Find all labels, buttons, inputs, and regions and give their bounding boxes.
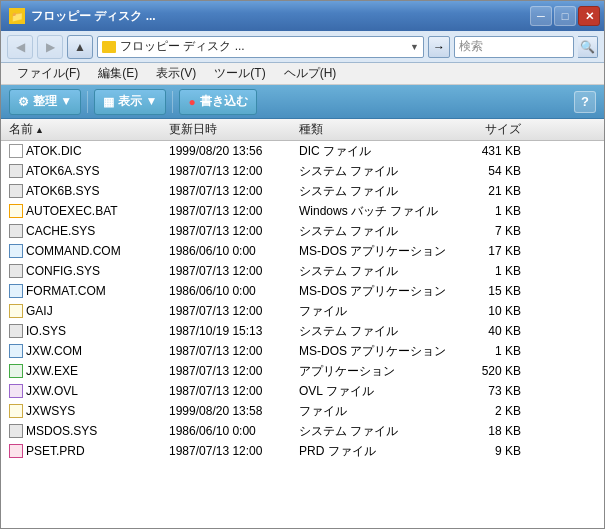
back-button[interactable]: ◀	[7, 35, 33, 59]
col-header-size[interactable]: サイズ	[455, 121, 525, 138]
help-button[interactable]: ?	[574, 91, 596, 113]
file-type-cell: システム ファイル	[295, 423, 455, 440]
menu-view[interactable]: 表示(V)	[148, 63, 204, 84]
close-button[interactable]: ✕	[578, 6, 600, 26]
file-date-cell: 1987/07/13 12:00	[165, 204, 295, 218]
file-type-icon	[9, 424, 23, 438]
file-type-icon	[9, 444, 23, 458]
file-type-icon	[9, 244, 23, 258]
col-header-type[interactable]: 種類	[295, 121, 455, 138]
file-date-cell: 1999/08/20 13:58	[165, 404, 295, 418]
table-row[interactable]: PSET.PRD 1987/07/13 12:00 PRD ファイル 9 KB	[1, 441, 604, 461]
table-row[interactable]: ATOK.DIC 1999/08/20 13:56 DIC ファイル 431 K…	[1, 141, 604, 161]
organize-label: 整理 ▼	[33, 93, 72, 110]
file-type-cell: システム ファイル	[295, 323, 455, 340]
file-date-cell: 1987/07/13 12:00	[165, 304, 295, 318]
file-name: JXW.EXE	[26, 364, 78, 378]
forward-button[interactable]: ▶	[37, 35, 63, 59]
table-row[interactable]: CACHE.SYS 1987/07/13 12:00 システム ファイル 7 K…	[1, 221, 604, 241]
file-type-cell: ファイル	[295, 403, 455, 420]
table-row[interactable]: IO.SYS 1987/10/19 15:13 システム ファイル 40 KB	[1, 321, 604, 341]
view-icon: ▦	[103, 95, 114, 109]
table-row[interactable]: JXW.OVL 1987/07/13 12:00 OVL ファイル 73 KB	[1, 381, 604, 401]
file-name: MSDOS.SYS	[26, 424, 97, 438]
table-row[interactable]: ATOK6B.SYS 1987/07/13 12:00 システム ファイル 21…	[1, 181, 604, 201]
table-row[interactable]: JXW.COM 1987/07/13 12:00 MS-DOS アプリケーション…	[1, 341, 604, 361]
col-header-name[interactable]: 名前 ▲	[5, 121, 165, 138]
table-row[interactable]: FORMAT.COM 1986/06/10 0:00 MS-DOS アプリケーシ…	[1, 281, 604, 301]
file-type-cell: システム ファイル	[295, 263, 455, 280]
file-date-cell: 1987/07/13 12:00	[165, 344, 295, 358]
file-type-cell: PRD ファイル	[295, 443, 455, 460]
file-name: ATOK.DIC	[26, 144, 82, 158]
file-type-cell: Windows バッチ ファイル	[295, 203, 455, 220]
file-name: ATOK6A.SYS	[26, 164, 100, 178]
menu-edit[interactable]: 編集(E)	[90, 63, 146, 84]
toolbar-separator-1	[87, 91, 88, 113]
file-date-cell: 1986/06/10 0:00	[165, 244, 295, 258]
search-button[interactable]: 🔍	[578, 36, 598, 58]
address-bar: ◀ ▶ ▲ フロッピー ディスク ... ▼ → 検索 🔍	[1, 31, 604, 63]
title-controls: ─ □ ✕	[530, 6, 600, 26]
file-name: GAIJ	[26, 304, 53, 318]
table-row[interactable]: JXW.EXE 1987/07/13 12:00 アプリケーション 520 KB	[1, 361, 604, 381]
file-size-cell: 73 KB	[455, 384, 525, 398]
menu-tools[interactable]: ツール(T)	[206, 63, 273, 84]
file-type-icon	[9, 324, 23, 338]
file-type-icon	[9, 204, 23, 218]
file-type-icon	[9, 384, 23, 398]
file-size-cell: 1 KB	[455, 264, 525, 278]
file-type-cell: DIC ファイル	[295, 143, 455, 160]
main-window: 📁 フロッピー ディスク ... ─ □ ✕ ◀ ▶ ▲ フロッピー ディスク …	[0, 0, 605, 529]
file-type-icon	[9, 164, 23, 178]
file-list: ATOK.DIC 1999/08/20 13:56 DIC ファイル 431 K…	[1, 141, 604, 528]
file-name: JXW.OVL	[26, 384, 78, 398]
window-icon: 📁	[9, 8, 25, 24]
menu-file[interactable]: ファイル(F)	[9, 63, 88, 84]
file-name-cell: JXWSYS	[5, 404, 165, 418]
organize-button[interactable]: ⚙ 整理 ▼	[9, 89, 81, 115]
file-type-cell: システム ファイル	[295, 223, 455, 240]
file-size-cell: 15 KB	[455, 284, 525, 298]
table-row[interactable]: JXWSYS 1999/08/20 13:58 ファイル 2 KB	[1, 401, 604, 421]
file-type-cell: アプリケーション	[295, 363, 455, 380]
search-placeholder: 検索	[459, 38, 483, 55]
file-type-cell: MS-DOS アプリケーション	[295, 343, 455, 360]
file-date-cell: 1987/07/13 12:00	[165, 384, 295, 398]
file-size-cell: 7 KB	[455, 224, 525, 238]
file-size-cell: 1 KB	[455, 204, 525, 218]
up-button[interactable]: ▲	[67, 35, 93, 59]
file-date-cell: 1987/07/13 12:00	[165, 184, 295, 198]
file-name-cell: GAIJ	[5, 304, 165, 318]
table-row[interactable]: ATOK6A.SYS 1987/07/13 12:00 システム ファイル 54…	[1, 161, 604, 181]
address-dropdown-arrow: ▼	[410, 42, 419, 52]
file-type-icon	[9, 264, 23, 278]
table-row[interactable]: CONFIG.SYS 1987/07/13 12:00 システム ファイル 1 …	[1, 261, 604, 281]
toolbar-separator-2	[172, 91, 173, 113]
address-field[interactable]: フロッピー ディスク ... ▼	[97, 36, 424, 58]
view-label: 表示 ▼	[118, 93, 157, 110]
file-type-icon	[9, 284, 23, 298]
menu-help[interactable]: ヘルプ(H)	[276, 63, 345, 84]
title-bar-left: 📁 フロッピー ディスク ...	[9, 8, 156, 25]
file-name-cell: JXW.OVL	[5, 384, 165, 398]
go-button[interactable]: →	[428, 36, 450, 58]
file-date-cell: 1987/10/19 15:13	[165, 324, 295, 338]
file-size-cell: 9 KB	[455, 444, 525, 458]
file-name: ATOK6B.SYS	[26, 184, 100, 198]
table-row[interactable]: COMMAND.COM 1986/06/10 0:00 MS-DOS アプリケー…	[1, 241, 604, 261]
write-button[interactable]: ● 書き込む	[179, 89, 256, 115]
file-size-cell: 18 KB	[455, 424, 525, 438]
maximize-button[interactable]: □	[554, 6, 576, 26]
table-row[interactable]: MSDOS.SYS 1986/06/10 0:00 システム ファイル 18 K…	[1, 421, 604, 441]
file-type-cell: ファイル	[295, 303, 455, 320]
search-field[interactable]: 検索	[454, 36, 574, 58]
table-row[interactable]: GAIJ 1987/07/13 12:00 ファイル 10 KB	[1, 301, 604, 321]
column-header: 名前 ▲ 更新日時 種類 サイズ	[1, 119, 604, 141]
col-header-date[interactable]: 更新日時	[165, 121, 295, 138]
view-button[interactable]: ▦ 表示 ▼	[94, 89, 166, 115]
minimize-button[interactable]: ─	[530, 6, 552, 26]
file-date-cell: 1986/06/10 0:00	[165, 284, 295, 298]
file-type-icon	[9, 364, 23, 378]
table-row[interactable]: AUTOEXEC.BAT 1987/07/13 12:00 Windows バッ…	[1, 201, 604, 221]
